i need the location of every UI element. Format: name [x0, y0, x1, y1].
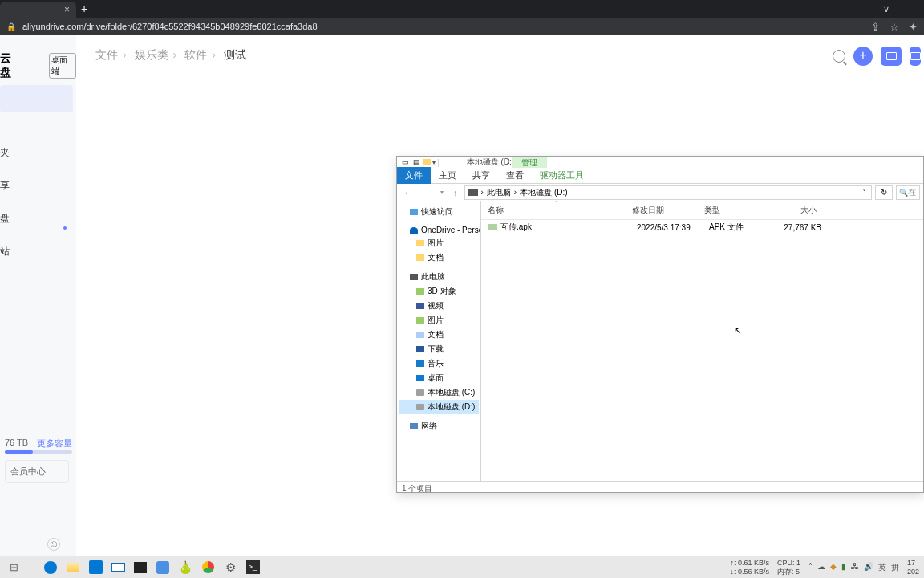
tray-volume-icon[interactable]: 🔊: [864, 562, 873, 573]
column-size[interactable]: 大小: [768, 205, 817, 216]
ime-en[interactable]: 英: [878, 562, 886, 573]
nav-history-icon[interactable]: ▾: [437, 189, 447, 196]
path-box[interactable]: › 此电脑 › 本地磁盘 (D:) ˅: [464, 185, 873, 200]
properties-icon[interactable]: ▤: [411, 157, 421, 167]
ribbon-tab-drivetools[interactable]: 驱动器工具: [532, 167, 592, 184]
taskbar-settings-icon[interactable]: ⚙: [221, 559, 239, 576]
column-type[interactable]: 类型: [704, 205, 768, 216]
folder-icon[interactable]: [423, 159, 431, 165]
tree-onedrive[interactable]: OneDrive - Persona: [399, 224, 479, 236]
sidebar-item-favorites[interactable]: 夹: [0, 136, 76, 169]
sidebar-item-recycle[interactable]: 站: [0, 235, 76, 268]
tree-pictures[interactable]: 图片: [399, 236, 479, 250]
minimize-icon[interactable]: ∨: [883, 4, 890, 14]
explorer-tree: 快速访问 OneDrive - Persona 图片 文档 此电脑 3D 对象 …: [397, 201, 481, 481]
apk-file-icon: [488, 224, 497, 230]
address-bar: 🔒 aliyundrive.com/drive/folder/6270f84c5…: [0, 18, 924, 35]
explorer-title-bar[interactable]: ▭ ▤ ▾ | 本地磁盘 (D:): [397, 157, 923, 168]
breadcrumb-item[interactable]: 软件: [184, 48, 207, 61]
feedback-icon[interactable]: ☺: [47, 538, 60, 551]
new-tab-button[interactable]: +: [76, 2, 92, 15]
browser-tab-strip: × + ∨ —: [0, 0, 924, 18]
system-menu-icon[interactable]: ▭: [400, 157, 410, 167]
taskbar-mail-icon[interactable]: [109, 559, 127, 576]
taskbar-images-icon[interactable]: [132, 559, 149, 576]
ime-pinyin[interactable]: 拼: [891, 562, 899, 573]
breadcrumb-item[interactable]: 文件: [95, 48, 118, 61]
breadcrumb-item[interactable]: 娱乐类: [135, 48, 168, 61]
close-hint-icon[interactable]: —: [906, 4, 914, 14]
tab-close-icon[interactable]: ×: [64, 4, 70, 15]
browser-tab[interactable]: ×: [0, 2, 76, 18]
desktop-client-button[interactable]: 桌面端: [49, 53, 76, 79]
taskbar-chrome-icon[interactable]: [199, 559, 217, 576]
ribbon-tab-share[interactable]: 共享: [464, 167, 498, 184]
start-button[interactable]: ⊞: [5, 559, 22, 576]
taskbar-pear-icon[interactable]: 🍐: [176, 559, 194, 576]
path-segment[interactable]: 此电脑: [487, 187, 511, 198]
search-icon[interactable]: [833, 50, 845, 63]
ribbon-tab-view[interactable]: 查看: [498, 167, 532, 184]
tree-3d-objects[interactable]: 3D 对象: [399, 284, 479, 299]
tree-this-pc[interactable]: 此电脑: [399, 270, 479, 284]
ribbon-tab-file[interactable]: 文件: [397, 167, 431, 184]
explorer-search-input[interactable]: 🔍在: [896, 185, 920, 200]
qat-dropdown-icon[interactable]: ▾: [432, 159, 436, 166]
add-button[interactable]: +: [853, 47, 873, 66]
star-icon[interactable]: ☆: [890, 21, 899, 33]
tree-pictures2[interactable]: 图片: [399, 313, 479, 328]
extensions-icon[interactable]: ✦: [909, 21, 918, 33]
tree-videos[interactable]: 视频: [399, 299, 479, 313]
window-controls: ∨ —: [883, 4, 924, 14]
tree-desktop[interactable]: 桌面: [399, 371, 479, 385]
transfer-button[interactable]: [881, 47, 902, 66]
path-segment[interactable]: 本地磁盘 (D:): [520, 187, 567, 198]
tray-chevron-icon[interactable]: ˄: [808, 562, 813, 573]
column-date[interactable]: 修改日期: [632, 205, 704, 216]
mouse-cursor-icon: ↖: [734, 325, 742, 336]
clock[interactable]: 17 202: [907, 559, 919, 576]
more-button[interactable]: [910, 47, 921, 66]
tray-cloud-icon[interactable]: ☁: [817, 562, 825, 573]
breadcrumb-current: 测试: [224, 48, 246, 61]
sidebar-item-drive[interactable]: 盘: [0, 202, 76, 235]
tree-documents[interactable]: 文档: [399, 250, 479, 265]
refresh-icon[interactable]: ↻: [875, 185, 893, 200]
nav-back-icon[interactable]: ←: [400, 188, 415, 197]
aliyun-drive-page: 云盘 桌面端 夹 享 盘 站 76 TB 更多容量 会员中心 ☺ 文件› 娱乐类…: [0, 35, 924, 556]
ribbon-manage-label: 管理: [512, 157, 547, 168]
taskbar-terminal-icon[interactable]: >_: [244, 559, 261, 576]
sidebar-item-share[interactable]: 享: [0, 169, 76, 202]
tree-drive-c[interactable]: 本地磁盘 (C:): [399, 385, 479, 400]
tree-docs2[interactable]: 文档: [399, 328, 479, 342]
taskbar-yu-icon[interactable]: [154, 559, 172, 576]
tray-security-icon[interactable]: ◆: [830, 562, 837, 573]
brand-label: 云盘: [0, 51, 22, 80]
tray-network-icon[interactable]: 🖧: [851, 562, 859, 573]
path-dropdown-icon[interactable]: ˅: [862, 188, 866, 197]
storage-label: 76 TB: [5, 438, 28, 447]
tray-app-icon[interactable]: ▮: [841, 562, 846, 573]
nav-forward-icon[interactable]: →: [419, 188, 434, 197]
tree-downloads[interactable]: 下载: [399, 342, 479, 356]
ribbon-tab-home[interactable]: 主页: [431, 167, 464, 184]
sidebar-item-files[interactable]: [0, 85, 73, 112]
nav-up-icon[interactable]: ↑: [450, 188, 461, 197]
url-text[interactable]: aliyundrive.com/drive/folder/6270f84c552…: [22, 22, 865, 31]
taskbar-edge-icon[interactable]: [42, 559, 59, 576]
tree-drive-d[interactable]: 本地磁盘 (D:): [399, 400, 479, 414]
sort-indicator-icon: ˄: [555, 200, 558, 207]
file-size: 27,767 KB: [773, 223, 821, 232]
taskbar-explorer-icon[interactable]: [64, 559, 82, 576]
member-center-button[interactable]: 会员中心: [5, 460, 69, 483]
tree-music[interactable]: 音乐: [399, 356, 479, 371]
share-icon[interactable]: ⇪: [871, 21, 880, 33]
file-list-pane: ˄ 名称 修改日期 类型 大小 互传.apk 2022/5/3 17:39 AP…: [481, 201, 923, 481]
tree-quick-access[interactable]: 快速访问: [399, 205, 479, 219]
column-name[interactable]: 名称: [488, 205, 632, 216]
tree-network[interactable]: 网络: [399, 419, 479, 434]
file-row[interactable]: 互传.apk 2022/5/3 17:39 APK 文件 27,767 KB: [481, 220, 923, 234]
taskbar-calendar-icon[interactable]: [87, 559, 104, 576]
column-headers: ˄ 名称 修改日期 类型 大小: [481, 201, 923, 220]
more-capacity-link[interactable]: 更多容量: [37, 438, 72, 450]
